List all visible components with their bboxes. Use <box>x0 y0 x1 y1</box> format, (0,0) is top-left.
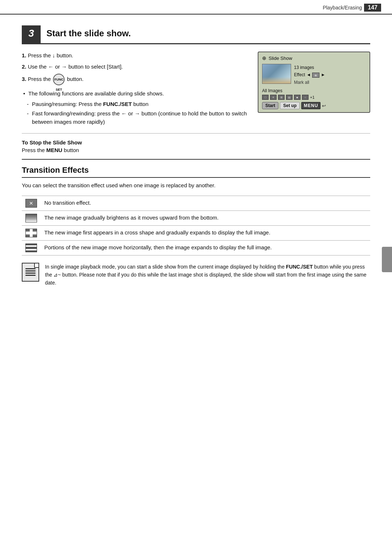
all-images-row: All Images <box>262 88 366 93</box>
right-edge-tab <box>382 247 392 272</box>
menu-button[interactable]: MENU <box>301 102 320 109</box>
step-3: 3. Press the FUNC SET button. <box>22 74 247 85</box>
screen-icon-5: ■ <box>294 95 301 100</box>
effect-desc-4: Portions of the new image move horizonta… <box>41 240 370 255</box>
effect-arrow-left-icon[interactable]: ◄ <box>306 71 311 78</box>
effect-row-3: The new image first appears in a cross s… <box>22 225 370 240</box>
screen-title-row: ⊕ Slide Show <box>262 55 366 61</box>
effect-desc-2: The new image gradually brightens as it … <box>41 210 370 225</box>
effect-row-1: No transition effect. <box>22 196 370 210</box>
page-header: Playback/Erasing 147 <box>0 0 392 15</box>
step-area: 1. Press the ↓ button. 2. Use the ← or →… <box>22 52 370 127</box>
screen-title: Slide Show <box>269 56 292 61</box>
section-number: 3 <box>22 25 41 44</box>
section-title: Start the slide show. <box>46 28 131 38</box>
note-line-4 <box>25 275 36 276</box>
screen-icon-6: ○ <box>302 95 309 100</box>
screen-buttons-row: Start Set up MENU ↩ <box>262 102 366 109</box>
screen-icon-4: ▤ <box>286 95 293 100</box>
dash-item-2: Fast forwarding/rewinding: press the ← o… <box>22 110 247 126</box>
no-effect-icon <box>25 199 37 208</box>
effect-label: Effect <box>294 71 305 78</box>
note-box: In single image playback mode, you can s… <box>22 263 370 287</box>
gradient-icon <box>25 214 37 222</box>
note-line-1 <box>25 268 36 269</box>
compass-icon: ⊕ <box>262 55 266 61</box>
start-button[interactable]: Start <box>262 102 278 109</box>
effect-icon-cell-4 <box>22 240 41 255</box>
main-content: 3 Start the slide show. 1. Press the ↓ b… <box>0 15 392 298</box>
screen-body: 13 images Effect ◄ ≋ ► Mark all <box>262 64 366 86</box>
section-label: Playback/Erasing <box>323 5 362 11</box>
or-text: or <box>55 64 60 70</box>
dash-item-1: Pausing/resuming: Press the FUNC./SET bu… <box>22 100 247 109</box>
transition-desc: You can select the transition effect use… <box>22 181 370 190</box>
step-1: 1. Press the ↓ button. <box>22 52 247 60</box>
effect-desc-1: No transition effect. <box>41 196 370 210</box>
effect-icon-cell-3 <box>22 225 41 240</box>
camera-screen: ⊕ Slide Show 13 images Effect ◄ ≋ ► Mark… <box>258 52 370 113</box>
step-2: 2. Use the ← or → button to select [Star… <box>22 63 247 71</box>
section-3-header: 3 Start the slide show. <box>22 25 370 44</box>
effect-row-2: The new image gradually brightens as it … <box>22 210 370 225</box>
cross-icon <box>25 229 37 237</box>
stop-section: To Stop the Slide Show Press the MENU bu… <box>22 139 370 153</box>
stop-text: Press the MENU button <box>22 147 370 153</box>
steps-list: 1. Press the ↓ button. 2. Use the ← or →… <box>22 52 247 85</box>
effect-icon-cell-2 <box>22 210 41 225</box>
effect-icon-cell-1 <box>22 196 41 210</box>
page-number: 147 <box>364 4 381 12</box>
bullet-item: The following functions are available du… <box>22 90 247 98</box>
screen-icon-3: ⊞ <box>278 95 285 100</box>
images-count: 13 images <box>294 64 366 71</box>
note-icon <box>22 263 39 282</box>
screen-icon-plus1: +1 <box>310 95 315 99</box>
effect-row: Effect ◄ ≋ ► <box>294 71 366 78</box>
note-icon-lines <box>25 268 36 276</box>
effect-row-4: Portions of the new image move horizonta… <box>22 240 370 255</box>
step-text: 1. Press the ↓ button. 2. Use the ← or →… <box>22 52 247 127</box>
divider-1 <box>22 133 370 134</box>
horizontal-icon <box>25 244 37 252</box>
screen-icons-row: □ ≡ ⊞ ▤ ■ ○ +1 <box>262 95 366 100</box>
return-icon: ↩ <box>322 103 326 109</box>
note-text: In single image playback mode, you can s… <box>45 263 370 287</box>
divider-bold-1 <box>22 159 370 160</box>
effect-arrow-right-icon[interactable]: ► <box>321 71 325 78</box>
stop-title: To Stop the Slide Show <box>22 139 370 146</box>
screen-info: 13 images Effect ◄ ≋ ► Mark all <box>294 64 366 86</box>
note-icon-corner <box>34 263 38 268</box>
setup-button[interactable]: Set up <box>280 102 300 109</box>
note-line-2 <box>25 270 36 271</box>
all-images-label: All Images <box>262 88 282 93</box>
transition-title: Transition Effects <box>22 165 370 178</box>
section-title-bar: Start the slide show. <box>41 25 370 44</box>
effect-icon: ≋ <box>312 73 319 78</box>
effects-table: No transition effect. The new image grad… <box>22 196 370 255</box>
screen-icon-1: □ <box>262 95 269 100</box>
screen-thumbnail <box>262 64 291 84</box>
screen-icon-2: ≡ <box>270 95 277 100</box>
effect-desc-3: The new image first appears in a cross s… <box>41 225 370 240</box>
page-number-area: Playback/Erasing 147 <box>323 4 381 12</box>
note-line-3 <box>25 273 36 274</box>
mark-all-text: Mark all <box>294 79 366 86</box>
transition-section: Transition Effects You can select the tr… <box>22 165 370 287</box>
camera-screen-mockup: ⊕ Slide Show 13 images Effect ◄ ≋ ► Mark… <box>258 52 370 127</box>
func-set-button-icon: FUNC SET <box>53 74 65 85</box>
